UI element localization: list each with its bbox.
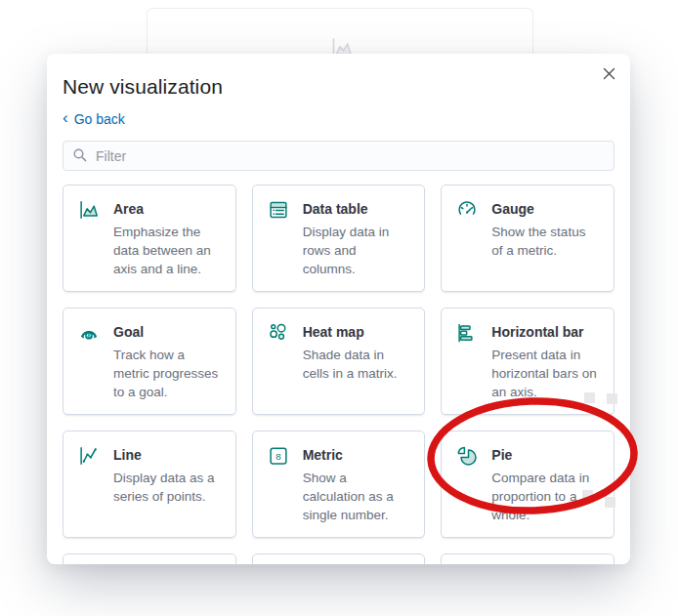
line-icon [77, 444, 101, 468]
card-title: Data table [303, 200, 411, 218]
goal-icon [77, 321, 101, 345]
data-table-icon [267, 198, 290, 222]
card-title: Pie [491, 446, 600, 464]
checker-artifact [605, 497, 615, 508]
card-line[interactable]: Line Display data as a series of points. [63, 431, 236, 538]
card-timelion[interactable]: Timelion Show time series data on a grap… [252, 554, 426, 564]
card-description: Emphasize the data between an axis and a… [113, 223, 222, 278]
chevron-left-icon: ‹ [63, 112, 68, 124]
area-icon [77, 198, 101, 222]
gauge-icon [455, 198, 479, 222]
pie-icon [455, 444, 479, 468]
filter-input[interactable] [63, 141, 614, 171]
card-area[interactable]: Area Emphasize the data between an axis … [63, 185, 236, 292]
new-visualization-modal: New visualization ‹ Go back Area Emphasi… [47, 54, 630, 564]
card-description: Show a calculation as a single number. [303, 469, 411, 524]
card-title: Heat map [303, 323, 411, 341]
card-title: Line [113, 446, 222, 464]
checker-artifact [582, 490, 593, 501]
close-icon[interactable] [599, 63, 618, 83]
card-title: Goal [113, 323, 222, 341]
card-title: Area [113, 200, 222, 218]
checker-artifact [584, 392, 595, 403]
card-gauge[interactable]: Gauge Show the status of a metric. [441, 185, 614, 292]
card-vertical-bar[interactable]: Vertical bar Present data in vertical ba… [441, 554, 614, 564]
card-title: Horizontal bar [491, 323, 600, 341]
card-description: Track how a metric progresses to a goal. [113, 346, 222, 401]
card-pie[interactable]: Pie Compare data in proportion to a whol… [441, 431, 614, 538]
go-back-label: Go back [74, 111, 125, 127]
search-icon [72, 147, 88, 163]
card-metric[interactable]: Metric Show a calculation as a single nu… [252, 431, 426, 538]
card-description: Shade data in cells in a matrix. [303, 346, 411, 383]
checker-artifact [607, 393, 617, 404]
card-data-table[interactable]: Data table Display data in rows and colu… [252, 185, 426, 292]
horizontal-bar-icon [455, 321, 479, 345]
card-tag-cloud[interactable]: Tag cloud Display word frequency with fo… [63, 554, 236, 564]
card-heat-map[interactable]: Heat map Shade data in cells in a matrix… [252, 308, 426, 415]
go-back-link[interactable]: ‹ Go back [63, 111, 125, 127]
heat-map-icon [267, 321, 290, 345]
card-title: Gauge [491, 200, 600, 218]
metric-icon [267, 444, 290, 468]
card-description: Show the status of a metric. [491, 223, 600, 260]
card-description: Display data in rows and columns. [303, 223, 411, 278]
card-description: Display data as a series of points. [113, 469, 222, 506]
modal-title: New visualization [63, 67, 223, 99]
card-goal[interactable]: Goal Track how a metric progresses to a … [63, 308, 236, 415]
card-title: Metric [303, 446, 411, 464]
visualization-grid: Area Emphasize the data between an axis … [63, 185, 614, 564]
